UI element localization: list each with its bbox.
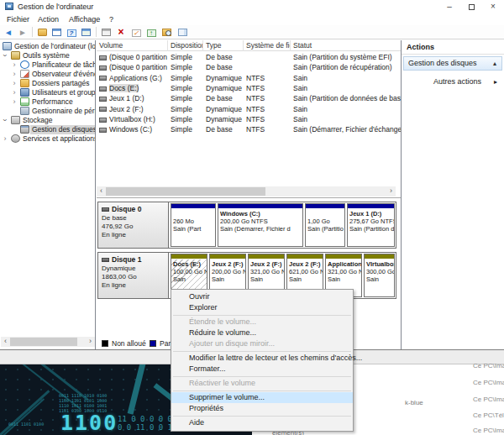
collapse-icon[interactable]: ▴ <box>493 57 496 70</box>
menu-affichage[interactable]: Affichage <box>66 14 102 24</box>
export-folder-icon[interactable] <box>36 27 48 38</box>
menu-item-explorer[interactable]: Explorer <box>171 302 353 313</box>
table-row[interactable]: Applications (G:) Simple Dynamique NTFS … <box>97 73 401 83</box>
back-icon[interactable]: ◄ <box>3 27 14 38</box>
legend-partition-swatch <box>150 340 156 347</box>
column-header-fs[interactable]: Système de fichiers <box>244 40 291 51</box>
disk-0-label[interactable]: Disque 0 De base 476,92 Go En ligne <box>98 202 169 248</box>
actions-autres-actions[interactable]: Autres actions ▸ <box>402 76 504 88</box>
tree-item-label: Utilisateurs et groupes l <box>30 88 96 97</box>
menu-item-supprimer-le-volume[interactable]: Supprimer le volume... <box>171 392 353 403</box>
disk-icon <box>102 207 109 212</box>
chevron-collapsed-icon[interactable]: › <box>11 88 18 97</box>
help-icon[interactable]: ? <box>66 27 77 38</box>
menu-item-reactiver-le-volume: Réactiver le volume <box>171 378 353 389</box>
close-button[interactable]: × <box>482 0 504 13</box>
partition-virtualbox-h[interactable]: VIrtualbox (300,00 Go NTSain <box>364 254 395 297</box>
volume-list-header: Volume Disposition Type Système de fichi… <box>97 40 401 51</box>
disk-1-label[interactable]: Disque 1 Dynamique 1863,00 Go En ligne <box>98 253 169 298</box>
partition-recovery[interactable]: 1,00 GoSain (Partitio <box>305 203 345 247</box>
table-row-selected[interactable]: Docs (E:) Simple Dynamique NTFS Sain <box>97 83 401 93</box>
tree-item-label: Observateur d'événeme <box>30 70 96 79</box>
console-icon[interactable] <box>100 27 112 38</box>
partition-jeux1-d[interactable]: Jeux 1 (D:)275,67 Go NTFSSain (Partition… <box>347 203 395 247</box>
submenu-arrow-icon: ▸ <box>494 76 497 88</box>
up-level-icon[interactable]: ↑ <box>145 27 157 38</box>
tree-item-label: Services et applications <box>21 134 96 144</box>
menu-item-modifier-lettre-lecteur[interactable]: Modifier la lettre de lecteur et les che… <box>171 353 353 364</box>
partition-windows-c[interactable]: Windows (C:)200,00 Go NTFSSain (Démarrer… <box>218 203 303 247</box>
maximize-icon <box>469 4 475 10</box>
background-path-row: Ce PC\Imag <box>473 379 504 386</box>
menu-separator <box>171 375 353 378</box>
show-window-icon[interactable] <box>80 27 92 38</box>
volume-list-horizontal-scrollbar[interactable]: ‹ › <box>97 186 396 197</box>
menu-aide[interactable]: ? <box>107 14 116 24</box>
delete-icon[interactable]: × <box>115 27 127 38</box>
menu-action[interactable]: Action <box>35 14 61 24</box>
background-path-row: Ce PC\Imag <box>473 396 504 403</box>
column-header-volume[interactable]: Volume <box>97 40 168 51</box>
disk-management-icon <box>20 125 29 134</box>
background-path-row: Ce PC\Téléc <box>473 411 504 419</box>
show-console-icon[interactable] <box>50 27 62 38</box>
maximize-button[interactable] <box>460 0 482 13</box>
scroll-left-icon[interactable]: ‹ <box>1 337 10 347</box>
actions-pane: Actions Gestion des disques ▴ Autres act… <box>401 40 504 349</box>
actions-section-gestion-des-disques[interactable]: Gestion des disques ▴ <box>403 56 502 71</box>
event-viewer-icon <box>20 70 29 78</box>
menu-separator <box>171 389 353 392</box>
screen: 0011 1110 1010 0100 1100 1101 0101 1000 … <box>0 0 504 435</box>
scroll-left-icon[interactable]: ‹ <box>97 186 106 197</box>
legend-unallocated-swatch <box>102 340 108 347</box>
chevron-collapsed-icon[interactable]: › <box>11 97 18 106</box>
forward-icon[interactable]: ► <box>17 27 29 38</box>
table-row[interactable]: Windows (C:) Simple De base NTFS Sain (D… <box>97 124 401 134</box>
volume-icon <box>99 97 107 102</box>
volume-icon <box>99 76 107 81</box>
find-folder-icon[interactable] <box>160 27 172 38</box>
disk-icon <box>102 258 109 262</box>
column-header-type[interactable]: Type <box>203 40 244 51</box>
pane-splitter[interactable] <box>97 197 401 198</box>
table-row[interactable]: (Disque 0 partition 4) Simple De base Sa… <box>97 62 401 72</box>
menu-item-reduire-le-volume[interactable]: Réduire le volume... <box>171 328 353 338</box>
chevron-collapsed-icon[interactable]: › <box>11 60 18 69</box>
check-icon[interactable]: ✓ <box>130 27 142 38</box>
scroll-right-icon[interactable]: › <box>86 337 95 347</box>
properties-icon[interactable] <box>176 27 188 38</box>
tree-horizontal-scrollbar[interactable]: ‹ › <box>1 337 95 347</box>
chevron-expanded-icon[interactable]: › <box>1 52 9 59</box>
column-header-statut[interactable]: Statut <box>291 40 401 51</box>
scroll-right-icon[interactable]: › <box>386 186 396 197</box>
volume-icon <box>99 66 107 71</box>
column-header-disposition[interactable]: Disposition <box>168 40 203 51</box>
menu-item-formater[interactable]: Formater... <box>171 364 353 375</box>
task-scheduler-icon <box>20 60 29 69</box>
table-row[interactable]: VIrtualbox (H:) Simple Dynamique NTFS Sa… <box>97 114 401 124</box>
chevron-collapsed-icon[interactable]: › <box>11 70 18 78</box>
table-row[interactable]: Jeux 1 (D:) Simple De base NTFS Sain (Pa… <box>97 93 401 103</box>
menu-item-ouvrir[interactable]: Ouvrir <box>171 291 353 302</box>
table-row[interactable]: Jeux 2 (F:) Simple Dynamique NTFS Sain <box>97 104 401 114</box>
scrollbar-thumb[interactable] <box>106 187 265 196</box>
chevron-expanded-icon[interactable]: › <box>1 117 9 123</box>
toolbar: ◄ ► ? × ✓ ↑ <box>0 25 504 39</box>
actions-title: Actions <box>407 43 434 51</box>
scrollbar-thumb[interactable] <box>10 338 77 346</box>
tree-item-label: Dossiers partagés <box>30 79 92 88</box>
menu-fichier[interactable]: Fichier <box>4 14 32 24</box>
background-path-row: Ce PC\Imag <box>473 362 504 369</box>
partition-efi[interactable]: 260 MoSain (Part <box>171 203 216 247</box>
chevron-collapsed-icon[interactable]: › <box>2 134 8 143</box>
table-row[interactable]: (Disque 0 partition 1) Simple De base Sa… <box>97 52 401 62</box>
menu-item-aide[interactable]: Aide <box>171 417 353 428</box>
minimize-button[interactable]: – <box>438 0 460 13</box>
tree-item-label: Gestion de l'ordinateur (local) <box>13 42 96 51</box>
context-menu: Ouvrir Explorer Étendre le volume... Réd… <box>171 289 354 432</box>
menu-item-proprietes[interactable]: Propriétés <box>171 403 353 414</box>
console-tree-pane: Gestion de l'ordinateur (local) › Outils… <box>0 40 96 349</box>
chevron-collapsed-icon[interactable]: › <box>11 79 18 87</box>
window-title: Gestion de l'ordinateur <box>18 3 93 11</box>
app-icon <box>5 3 13 10</box>
